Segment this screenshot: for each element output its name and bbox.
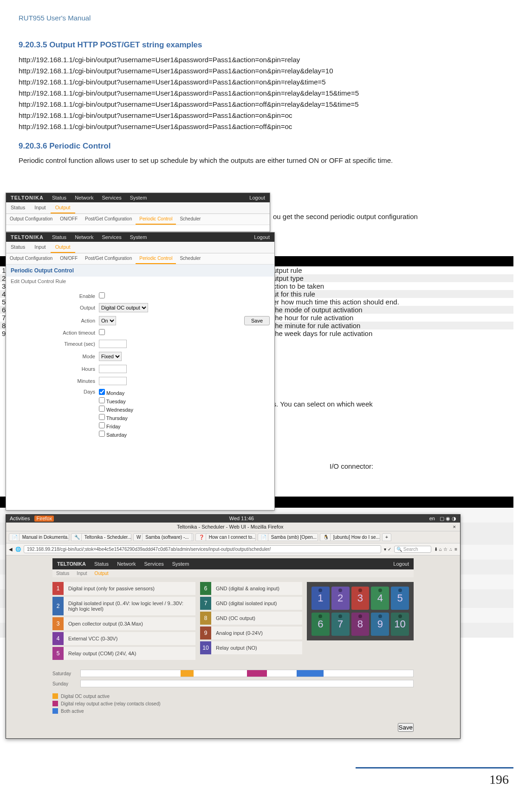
subtab-postget[interactable]: Post/Get Configuration [81,253,136,264]
day-option[interactable]: Thursday [99,414,133,421]
tab-input[interactable]: Input [30,202,50,213]
pin-desc: Analog input (0-24V) [211,627,302,639]
save-button[interactable]: Save [398,723,414,732]
day-checkbox[interactable] [99,431,105,437]
day-option[interactable]: Tuesday [99,397,133,404]
day-option[interactable]: Monday [99,389,133,396]
sched-block-relay[interactable] [247,670,267,677]
subtab-scheduler[interactable]: Scheduler [176,214,204,225]
menu-status[interactable]: Status [52,195,66,200]
action-select[interactable]: On [99,316,116,325]
timeout-input[interactable] [99,340,127,348]
main-tabs: Status Input Output [6,202,270,214]
menu-services[interactable]: Services [102,195,121,200]
subtab-periodic[interactable]: Periodic Control [136,253,176,264]
action-timeout-checkbox[interactable] [99,329,105,335]
activities[interactable]: Activities [10,516,30,522]
browser-tabstrip: 📄 Manual in Dokumenta... 🔧 Teltonika - S… [6,531,460,543]
day-checkbox[interactable] [99,406,105,412]
browser-tab[interactable]: 📄 Samba (smb) [Open... [258,533,318,541]
browser-tab[interactable]: ❓ How can I connect to... [195,533,256,541]
menu-system[interactable]: System [172,561,189,567]
menu-network[interactable]: Network [117,561,136,567]
nav-back-icon[interactable]: ◀ [9,547,13,552]
subtab-onoff[interactable]: ON/OFF [56,253,81,264]
tab-status[interactable]: Status [52,569,73,577]
browser-tab[interactable]: W Samba (software) -... [133,533,194,541]
logout-link[interactable]: Logout [254,234,270,240]
io-pin-row: 8GND (OC output) [200,612,302,625]
mode-select[interactable]: Fixed [99,352,122,361]
tab-output[interactable]: Output [51,202,75,213]
subtab-output-config[interactable]: Output Configuration [6,253,56,264]
tab-input[interactable]: Input [30,242,50,253]
sub-tabs: Output Configuration ON/OFF Post/Get Con… [6,214,270,225]
menu-status[interactable]: Status [94,561,109,567]
day-option[interactable]: Friday [99,422,133,429]
menu-services[interactable]: Services [102,234,121,240]
url-line: http://192.168.1.1/cgi-bin/output?userna… [19,65,513,77]
search-placeholder[interactable]: Search [403,547,418,552]
subtab-periodic[interactable]: Periodic Control [136,214,176,225]
day-checkbox[interactable] [99,397,105,403]
menu-network[interactable]: Network [75,195,93,200]
browser-tab[interactable]: 📄 Manual in Dokumenta... [9,533,69,541]
tab-status[interactable]: Status [6,202,30,213]
url-input[interactable]: 192.168.99.218/cgi-bin/luci/;stok=4be4c5… [24,545,381,553]
tab-output[interactable]: Output [51,242,75,253]
subtab-scheduler[interactable]: Scheduler [176,253,204,264]
subtab-postget[interactable]: Post/Get Configuration [81,214,136,225]
toolbar-icons[interactable]: ⬇ ⌂ ☆ ⛬ ≡ [434,547,457,552]
new-tab-button[interactable]: + [382,533,391,541]
day-option[interactable]: Saturday [99,431,133,438]
menu-system[interactable]: System [130,195,147,200]
inner-topbar: TELTONIKA Status Network Services System… [52,558,414,569]
logout-link[interactable]: Logout [393,561,409,567]
tab-input[interactable]: Input [73,569,91,577]
lbl-hours: Hours [11,366,99,372]
hours-input[interactable] [99,365,127,373]
url-line: http://192.168.1.1/cgi-bin/output?userna… [19,77,513,88]
connector-slot: 1 [311,587,330,610]
logout-link[interactable]: Logout [249,195,265,200]
connector-slot: 6 [311,613,330,636]
sched-block-oc[interactable] [181,670,194,677]
day-option[interactable]: Wednesday [99,406,133,413]
subtab-output-config[interactable]: Output Configuration [6,214,56,225]
schedule-bar[interactable] [80,680,414,687]
menu-status[interactable]: Status [52,234,66,240]
browser-tab[interactable]: 🔧 Teltonika - Scheduler... [71,533,131,541]
menu-system[interactable]: System [130,234,147,240]
output-select[interactable]: Digital OC output [99,303,148,312]
system-tray-icon[interactable]: ▢ ◉ ◑ [440,516,456,522]
partial-text-1: ou get the second periodic output config… [273,212,513,222]
menu-services[interactable]: Services [144,561,163,567]
browser-tab[interactable]: 🐧 [ubuntu] How do I se... [320,533,380,541]
pin-number: 1 [52,582,64,595]
day-label: Sunday [52,681,80,686]
day-checkbox[interactable] [99,422,105,428]
schedule-bar[interactable] [80,670,414,677]
menu-network[interactable]: Network [75,234,93,240]
globe-icon: 🌐 [15,547,21,552]
save-button-inline[interactable]: Save [244,316,270,325]
firefox-app[interactable]: Firefox [34,516,54,522]
day-checkbox[interactable] [99,389,105,395]
day-label: Saturday [52,671,80,676]
io-pin-row: 2Digital isolated input (0..4V: low logi… [52,597,195,615]
tab-output[interactable]: Output [91,569,112,577]
subtab-onoff[interactable]: ON/OFF [56,214,81,225]
io-pin-row: 5Relay output (COM) (24V, 4A) [52,647,195,660]
connector-slot: 9 [371,613,389,636]
lang-indicator[interactable]: en [429,516,435,522]
day-checkbox[interactable] [99,414,105,420]
tab-status[interactable]: Status [6,242,30,253]
minutes-input[interactable] [99,377,127,385]
day-label: Wednesday [106,407,133,413]
dropdown-icon[interactable]: ▾ ✓ [384,547,391,552]
io-pin-row: 9Analog input (0-24V) [200,627,302,639]
enable-checkbox[interactable] [99,292,105,298]
close-icon[interactable]: × [453,524,459,530]
sched-block-both[interactable] [297,670,323,677]
url-line: http://192.168.1.1/cgi-bin/output?userna… [19,110,513,121]
